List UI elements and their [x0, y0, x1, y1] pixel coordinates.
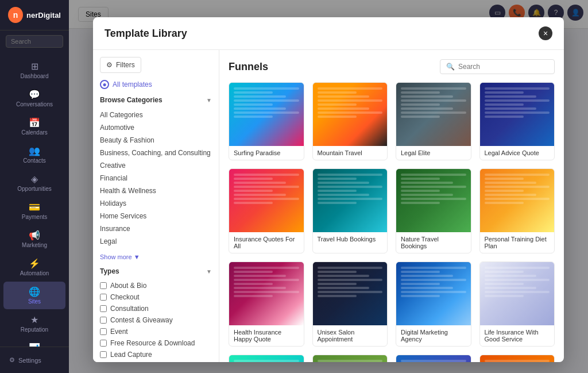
template-card-9[interactable]: Unisex Salon Appointment — [312, 262, 388, 347]
template-card-5[interactable]: Travel Hub Bookings — [312, 168, 388, 253]
type-checkbox-3[interactable] — [100, 317, 107, 324]
template-search-input[interactable] — [458, 63, 548, 71]
template-card-10[interactable]: Digital Marketing Agency — [396, 262, 471, 347]
category-item-3[interactable]: Business, Coaching, and Consulting — [100, 147, 212, 159]
template-card-11[interactable]: Life Insurance With Good Service — [479, 262, 555, 347]
search-box: 🔍 — [440, 59, 555, 74]
template-label-7: Personal Training Diet Plan — [480, 232, 555, 253]
type-item-4: Event — [100, 326, 212, 337]
type-item-2: Consultation — [100, 303, 212, 314]
nav-label-4: Opportunities — [17, 186, 51, 192]
sidebar-item-marketing[interactable]: 📢Marketing — [3, 225, 65, 253]
settings-item[interactable]: ⚙ Settings — [6, 353, 63, 367]
sidebar-item-reporting[interactable]: 📊Reporting — [3, 338, 65, 347]
category-item-10[interactable]: Legal — [100, 235, 212, 248]
panel-title: Funnels — [229, 61, 268, 73]
category-item-1[interactable]: Automotive — [100, 121, 212, 134]
sidebar-item-conversations[interactable]: 💬Conversations — [3, 84, 65, 112]
sidebar-item-automation[interactable]: ⚡Automation — [3, 253, 65, 281]
template-card-15[interactable]: Template 16 — [479, 355, 555, 362]
sidebar-item-sites[interactable]: 🌐Sites — [3, 282, 65, 309]
show-more-button[interactable]: Show more ▼ — [100, 253, 212, 260]
template-label-4: Insurance Quotes For All — [229, 232, 304, 253]
template-card-3[interactable]: Legal Advice Quote — [479, 82, 555, 160]
modal-title: Template Library — [105, 28, 187, 40]
type-label-0: About & Bio — [110, 282, 146, 290]
sidebar-item-contacts[interactable]: 👥Contacts — [3, 141, 65, 168]
all-templates-link[interactable]: ● All templates — [100, 80, 212, 89]
sidebar-footer: ⚙ Settings — [0, 347, 69, 373]
template-thumb-4 — [229, 169, 304, 232]
template-card-0[interactable]: Surfing Paradise — [229, 82, 304, 160]
sidebar-search-container — [0, 30, 69, 52]
type-item-5: Free Resource & Download — [100, 337, 212, 349]
sidebar-search-input[interactable] — [6, 35, 63, 48]
category-item-9[interactable]: Insurance — [100, 222, 212, 235]
type-label-6: Lead Capture — [110, 351, 152, 359]
template-grid: Surfing ParadiseMountain TravelLegal Eli… — [229, 82, 555, 362]
template-label-11: Life Insurance With Good Service — [480, 325, 555, 346]
type-checkbox-0[interactable] — [100, 282, 107, 289]
template-card-8[interactable]: Health Insurance Happy Quote — [229, 262, 304, 347]
template-thumb-7 — [480, 169, 555, 232]
types-label: Types — [100, 267, 119, 275]
category-item-7[interactable]: Holidays — [100, 197, 212, 210]
nav-label-0: Dashboard — [21, 73, 49, 79]
type-label-2: Consultation — [110, 305, 149, 313]
type-checkbox-1[interactable] — [100, 294, 107, 301]
category-item-0[interactable]: All Categories — [100, 109, 212, 121]
category-item-8[interactable]: Home Services — [100, 210, 212, 222]
category-item-4[interactable]: Creative — [100, 159, 212, 172]
template-thumb-9 — [313, 262, 388, 325]
nav-icon-9: ★ — [30, 314, 38, 325]
template-thumb-0 — [229, 83, 304, 146]
template-thumb-10 — [396, 262, 471, 325]
template-card-6[interactable]: Nature Travel Bookings — [396, 168, 471, 253]
type-item-3: Contest & Giveaway — [100, 314, 212, 326]
type-item-0: About & Bio — [100, 280, 212, 291]
type-checkbox-4[interactable] — [100, 328, 107, 335]
template-library-modal: Template Library × ⚙ Filters ● All templ… — [93, 17, 564, 362]
type-item-6: Lead Capture — [100, 349, 212, 360]
sidebar-nav: ⊞Dashboard💬Conversations📅Calendars👥Conta… — [0, 52, 69, 347]
settings-label: Settings — [18, 357, 41, 364]
template-label-9: Unisex Salon Appointment — [313, 325, 388, 346]
sidebar-item-calendars[interactable]: 📅Calendars — [3, 113, 65, 140]
sidebar-item-opportunities[interactable]: ◈Opportunities — [3, 169, 65, 197]
template-card-1[interactable]: Mountain Travel — [312, 82, 388, 160]
template-label-8: Health Insurance Happy Quote — [229, 325, 304, 346]
category-item-5[interactable]: Financial — [100, 172, 212, 184]
filters-button[interactable]: ⚙ Filters — [100, 57, 141, 73]
template-thumb-8 — [229, 262, 304, 325]
template-label-1: Mountain Travel — [313, 146, 388, 160]
template-card-2[interactable]: Legal Elite — [396, 82, 471, 160]
template-thumb-5 — [313, 169, 388, 232]
template-card-14[interactable]: Template 15 — [396, 355, 471, 362]
logo-icon: n — [8, 7, 23, 23]
template-thumb-3 — [480, 83, 555, 146]
modal-close-button[interactable]: × — [539, 26, 552, 40]
nav-label-3: Contacts — [23, 157, 45, 164]
template-thumb-2 — [396, 83, 471, 146]
types-header[interactable]: Types ▼ — [100, 267, 212, 275]
show-more-chevron: ▼ — [134, 253, 140, 260]
nav-icon-0: ⊞ — [31, 61, 38, 72]
category-item-6[interactable]: Health & Wellness — [100, 184, 212, 197]
type-checkbox-2[interactable] — [100, 305, 107, 312]
show-more-label: Show more — [100, 253, 132, 260]
template-card-12[interactable]: Template 13 — [229, 355, 304, 362]
category-list: All CategoriesAutomotiveBeauty & Fashion… — [100, 109, 212, 248]
browse-categories-header[interactable]: Browse Categories ▼ — [100, 96, 212, 104]
sidebar-item-reputation[interactable]: ★Reputation — [3, 310, 65, 337]
type-checkbox-5[interactable] — [100, 340, 107, 347]
sidebar: n nerDigital ⊞Dashboard💬Conversations📅Ca… — [0, 0, 69, 373]
template-card-7[interactable]: Personal Training Diet Plan — [479, 168, 555, 253]
all-templates-icon: ● — [100, 80, 109, 89]
type-checkbox-6[interactable] — [100, 351, 107, 358]
sidebar-item-payments[interactable]: 💳Payments — [3, 197, 65, 225]
template-card-4[interactable]: Insurance Quotes For All — [229, 168, 304, 253]
sidebar-item-dashboard[interactable]: ⊞Dashboard — [3, 56, 65, 84]
category-item-2[interactable]: Beauty & Fashion — [100, 134, 212, 147]
nav-icon-8: 🌐 — [29, 286, 40, 297]
template-card-13[interactable]: Template 14 — [312, 355, 388, 362]
